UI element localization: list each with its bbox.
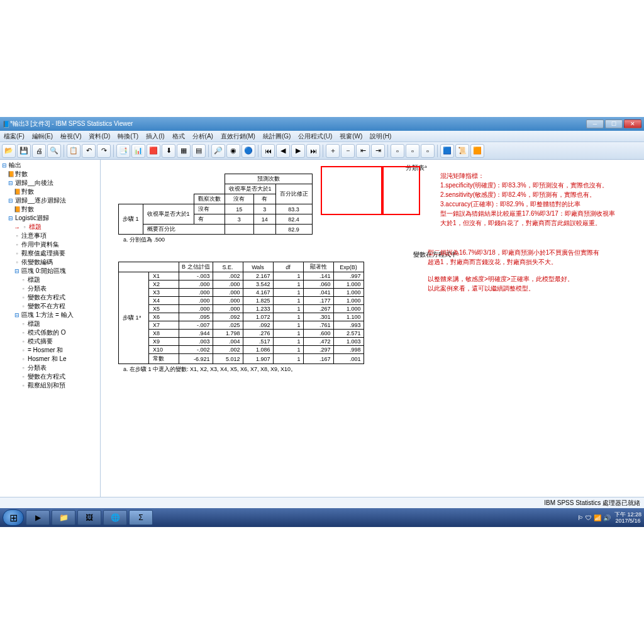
menu-transform[interactable]: 轉換(T) <box>114 132 142 141</box>
outline-item[interactable]: ⊟區塊 0:開始區塊 <box>0 267 100 275</box>
chart-icon[interactable]: 📊 <box>131 144 145 158</box>
nav-prev-icon[interactable]: ◀ <box>276 144 290 158</box>
preview-icon[interactable]: 🔍 <box>47 144 61 158</box>
find-icon[interactable]: 🔎 <box>211 144 225 158</box>
select-icon[interactable]: ◉ <box>226 144 240 158</box>
classification-table: 預測次數 收視率是否大於1百分比修正 觀察次數沒有有 步驟 1收視率是否大於1沒… <box>118 174 313 235</box>
menu-view[interactable]: 檢視(V) <box>57 132 85 141</box>
nav-next-icon[interactable]: ▶ <box>291 144 305 158</box>
tray-shield-icon[interactable]: 🛡 <box>586 514 592 521</box>
menu-help[interactable]: 說明(H) <box>366 132 395 141</box>
outline-item[interactable]: 📙對數 <box>0 187 100 196</box>
redo-icon[interactable]: ↷ <box>97 144 111 158</box>
outline-item[interactable]: ▫注意事項 <box>0 231 100 240</box>
nav-first-icon[interactable]: ⏮ <box>261 144 275 158</box>
run-icon[interactable]: 🟥 <box>147 144 160 158</box>
collapse-icon[interactable]: － <box>341 144 355 158</box>
outline-item[interactable]: ▫標題 <box>0 319 100 328</box>
outline-item[interactable]: ▫模式摘要 <box>0 337 100 346</box>
task-mediaplayer[interactable]: ▶ <box>26 510 50 525</box>
app-icon: 📘 <box>3 121 10 128</box>
task-spss[interactable]: Σ <box>129 510 153 525</box>
table-icon[interactable]: ▦ <box>177 144 191 158</box>
outline-item[interactable]: ▫= Hosmer 和 <box>0 346 100 355</box>
box3-icon[interactable]: ▫ <box>421 144 435 158</box>
box1-icon[interactable]: ▫ <box>391 144 404 158</box>
ball-icon[interactable]: 🔵 <box>242 144 255 158</box>
outline-item[interactable]: 📙對數 <box>0 205 100 214</box>
menu-window[interactable]: 視窗(W) <box>336 132 366 141</box>
close-button[interactable]: ✕ <box>624 119 641 128</box>
titlebar: 📘 *輸出3 [文件3] - IBM SPSS Statistics Viewe… <box>0 117 644 131</box>
taskbar: ⊞ ▶ 📁 🖼 🌐 Σ 🏳 🛡 📶 🔊 下午 12:28 2017/5/16 <box>0 508 644 527</box>
outline-item[interactable]: ▫Hosmer 和 Le <box>0 355 100 364</box>
outline-item[interactable]: ⊟迴歸__向後法 <box>0 179 100 187</box>
variables-table: B 之估計值S.E.Walsdf顯著性Exp(B)步驟 1ᵃX1-.003.00… <box>118 262 364 364</box>
expand-icon[interactable]: ＋ <box>326 144 340 158</box>
menu-format[interactable]: 格式 <box>169 132 189 141</box>
outline-item[interactable]: 📙對數 <box>0 170 100 179</box>
taskbar-clock[interactable]: 下午 12:28 2017/5/16 <box>614 511 641 524</box>
outline-item[interactable]: ▫觀察值處理摘要 <box>0 249 100 258</box>
save-icon[interactable]: 💾 <box>17 144 31 158</box>
outline-item[interactable]: ⊟輸出 <box>0 161 100 170</box>
var-table-footnote: a. 在步驟 1 中選入的變數: X1, X2, X3, X4, X5, X6,… <box>123 365 639 374</box>
outline-item[interactable]: ⊟Logistic迴歸 <box>0 214 100 223</box>
outline-item[interactable]: ▫變數在方程式 <box>0 293 100 302</box>
grid-icon[interactable]: ▤ <box>192 144 206 158</box>
outline-item[interactable]: ▫變數在方程式 <box>0 372 100 381</box>
maximize-button[interactable]: ☐ <box>605 119 623 128</box>
status-text: IBM SPSS Statistics 處理器已就緒 <box>544 499 640 508</box>
outline-item[interactable]: ▫觀察組別和預 <box>0 381 100 390</box>
menu-data[interactable]: 資料(D) <box>85 132 114 141</box>
outline-item[interactable]: →▫標題 <box>0 223 100 231</box>
minimize-button[interactable]: ─ <box>586 119 604 128</box>
open-icon[interactable]: 📂 <box>2 144 16 158</box>
nav-last-icon[interactable]: ⏭ <box>306 144 320 158</box>
statusbar: IBM SPSS Statistics 處理器已就緒 <box>0 497 644 508</box>
designate-icon[interactable]: 🟦 <box>440 144 454 158</box>
task-chrome[interactable]: 🌐 <box>103 510 127 525</box>
tree-icon[interactable]: 🟧 <box>470 144 484 158</box>
annotation-block-2: 型二錯誤為16.7%即3/18，即廠商預測小於1不買廣告但實際有 超過1，對廠商… <box>428 248 599 293</box>
system-tray[interactable]: 🏳 🛡 📶 🔊 下午 12:28 2017/5/16 <box>577 511 641 524</box>
outline-item[interactable]: ▫作用中資料集 <box>0 240 100 249</box>
outline-pane[interactable]: ⊟輸出📙對數⊟迴歸__向後法📙對數⊟迴歸__逐步迴歸法📙對數⊟Logistic迴… <box>0 160 101 497</box>
script-icon[interactable]: 📜 <box>455 144 469 158</box>
menu-edit[interactable]: 編輯(E) <box>28 132 57 141</box>
class-table-footnote: a. 分割值為 .500 <box>123 236 639 244</box>
menu-file[interactable]: 檔案(F) <box>0 132 28 141</box>
menu-insert[interactable]: 插入(I) <box>142 132 168 141</box>
highlight-box-2 <box>382 166 420 215</box>
menubar: 檔案(F) 編輯(E) 檢視(V) 資料(D) 轉換(T) 插入(I) 格式 分… <box>0 131 644 142</box>
menu-analyze[interactable]: 分析(A) <box>189 132 217 141</box>
task-thumbnail[interactable]: 🖼 <box>77 510 101 525</box>
outline-item[interactable]: ⊟迴歸__逐步迴歸法 <box>0 196 100 205</box>
outline-item[interactable]: ▫依變數編碼 <box>0 258 100 267</box>
undo-icon[interactable]: ↶ <box>82 144 96 158</box>
demote-icon[interactable]: ⇥ <box>371 144 385 158</box>
outline-item[interactable]: ▫標題 <box>0 275 100 284</box>
menu-utilities[interactable]: 公用程式(U) <box>294 132 336 141</box>
outline-item[interactable]: ▫變數不在方程 <box>0 302 100 311</box>
tray-network-icon[interactable]: 📶 <box>594 514 601 521</box>
insert-icon[interactable]: ⬇ <box>162 144 175 158</box>
promote-icon[interactable]: ⇤ <box>356 144 370 158</box>
tray-flag-icon[interactable]: 🏳 <box>577 514 584 521</box>
task-explorer[interactable]: 📁 <box>52 510 75 525</box>
start-button[interactable]: ⊞ <box>3 509 24 526</box>
annotation-block-1: 混沌矩陣指標： 1.specificity(明確度)：即83.3%，即預測沒有，… <box>440 171 615 228</box>
output-pane[interactable]: 分類表ᵃ 預測次數 收視率是否大於1百分比修正 觀察次數沒有有 步驟 1收視率是… <box>101 160 644 497</box>
toolbar: 📂 💾 🖨 🔍 📋 ↶ ↷ 📑 📊 🟥 ⬇ ▦ ▤ 🔎 ◉ 🔵 ⏮ ◀ ▶ ⏭ … <box>0 142 644 160</box>
outline-item[interactable]: ▫模式係數的 O <box>0 328 100 337</box>
paste-icon[interactable]: 📋 <box>67 144 80 158</box>
menu-marketing[interactable]: 直效行銷(M) <box>217 132 259 141</box>
menu-graphs[interactable]: 統計圖(G) <box>259 132 294 141</box>
print-icon[interactable]: 🖨 <box>32 144 46 158</box>
outline-item[interactable]: ▫分類表 <box>0 284 100 293</box>
box2-icon[interactable]: ▫ <box>406 144 419 158</box>
outline-item[interactable]: ▫分類表 <box>0 364 100 372</box>
outline-item[interactable]: ⊟區塊 1:方法 = 輸入 <box>0 311 100 319</box>
tray-volume-icon[interactable]: 🔊 <box>603 514 611 521</box>
goto-icon[interactable]: 📑 <box>116 144 130 158</box>
